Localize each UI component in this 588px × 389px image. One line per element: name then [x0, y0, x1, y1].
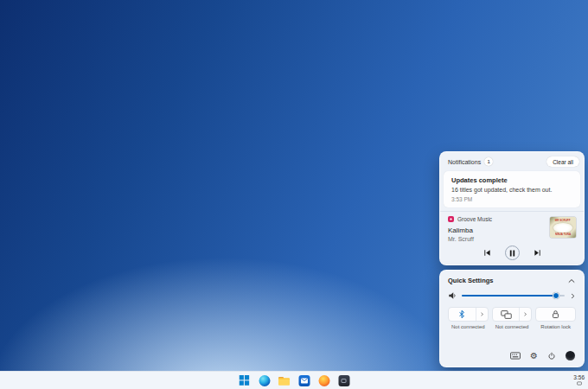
- file-explorer-button[interactable]: [278, 374, 291, 386]
- volume-row: [440, 288, 584, 302]
- notifications-title: Notifications: [448, 159, 481, 165]
- chevron-up-icon: [567, 277, 576, 284]
- app-window-glyph: [342, 379, 347, 383]
- volume-slider-knob[interactable]: [553, 292, 559, 299]
- rotation-lock-button[interactable]: [535, 307, 576, 322]
- cast-expand-button[interactable]: [519, 308, 531, 321]
- notification-body: 16 titles got updated, check them out.: [451, 187, 572, 193]
- quick-settings-bottom-row: ⚙: [440, 351, 584, 367]
- cast-icon-area: [493, 308, 520, 321]
- notification-center-panel: Notifications 1 Clear all Updates comple…: [439, 151, 585, 265]
- media-app-name: Groove Music: [457, 216, 492, 222]
- power-icon: [547, 352, 556, 360]
- user-account-button[interactable]: [566, 351, 575, 360]
- rotation-lock-tile: Rotation lock: [535, 307, 576, 329]
- bluetooth-icon: [457, 309, 466, 319]
- clear-all-button[interactable]: Clear all: [546, 156, 579, 167]
- bluetooth-expand-button[interactable]: [476, 308, 488, 321]
- notification-time: 3:53 PM: [451, 196, 572, 202]
- taskbar-icon-group: [239, 372, 350, 389]
- mail-icon: [298, 375, 310, 386]
- notification-count-badge: 1: [484, 157, 493, 166]
- rotation-lock-icon: [551, 309, 560, 319]
- rotation-lock-tile-label: Rotation lock: [535, 324, 576, 329]
- gear-icon: ⚙: [530, 352, 538, 360]
- speaker-icon: [448, 291, 457, 300]
- pause-icon: [509, 250, 515, 257]
- volume-slider[interactable]: [462, 291, 565, 300]
- notification-card[interactable]: Updates complete 16 titles got updated, …: [444, 171, 580, 207]
- firefox-icon: [318, 375, 329, 386]
- album-art-blob: [553, 223, 572, 233]
- volume-expand-button[interactable]: [570, 292, 576, 300]
- cast-button[interactable]: [492, 307, 533, 322]
- windows-logo-icon: [240, 375, 250, 386]
- bluetooth-icon-area: [449, 308, 476, 321]
- cast-icon: [501, 310, 512, 319]
- power-button[interactable]: [547, 352, 556, 360]
- media-player-card: Groove Music Kalimba Mr. Scruff MR SCRUF…: [440, 211, 584, 264]
- touch-keyboard-button[interactable]: [510, 352, 521, 360]
- album-art-top-text: MR SCRUFF: [555, 220, 571, 222]
- dark-app-button[interactable]: [338, 374, 350, 386]
- edge-browser-button[interactable]: [259, 374, 271, 386]
- next-icon: [534, 249, 541, 257]
- dark-app-icon: [338, 375, 349, 386]
- media-controls: [448, 246, 576, 260]
- album-art: MR SCRUFF NINJA TUNA: [550, 217, 576, 238]
- bluetooth-button[interactable]: [448, 307, 489, 322]
- groove-music-icon: [448, 216, 454, 222]
- clock: 3:56: [573, 375, 585, 381]
- user-avatar-icon: [566, 351, 575, 360]
- cast-tile: Not connected: [492, 307, 533, 329]
- quick-settings-tiles: Not connected Not connected: [440, 302, 584, 329]
- cast-tile-label: Not connected: [492, 324, 533, 329]
- tray-indicator-icon: [577, 381, 582, 386]
- chevron-right-icon: [480, 311, 484, 317]
- previous-icon: [483, 249, 491, 257]
- previous-track-button[interactable]: [483, 249, 491, 257]
- rotation-lock-icon-area: [536, 308, 575, 321]
- start-button[interactable]: [239, 374, 251, 386]
- keyboard-icon: [510, 352, 521, 360]
- chevron-right-icon: [570, 292, 576, 300]
- chevron-right-icon: [523, 311, 527, 317]
- quick-settings-header: Quick Settings: [440, 271, 584, 288]
- pause-button[interactable]: [505, 246, 520, 260]
- firefox-browser-button[interactable]: [318, 374, 330, 386]
- bluetooth-tile: Not connected: [448, 307, 489, 329]
- folder-icon: [278, 376, 291, 386]
- bluetooth-tile-label: Not connected: [448, 324, 489, 329]
- album-art-bottom-text: NINJA TUNA: [555, 233, 571, 236]
- taskbar: 3:56: [0, 371, 588, 389]
- next-track-button[interactable]: [534, 249, 541, 257]
- system-tray[interactable]: 3:56: [573, 372, 585, 389]
- notification-title: Updates complete: [451, 176, 572, 184]
- edge-icon: [259, 375, 270, 386]
- quick-settings-panel: Quick Settings: [439, 270, 585, 367]
- mail-app-button[interactable]: [298, 374, 310, 386]
- volume-slider-fill: [462, 295, 556, 297]
- collapse-quick-settings-button[interactable]: [567, 277, 576, 284]
- notifications-header: Notifications 1 Clear all: [440, 152, 584, 170]
- quick-settings-title: Quick Settings: [448, 277, 494, 284]
- settings-button[interactable]: ⚙: [530, 352, 538, 360]
